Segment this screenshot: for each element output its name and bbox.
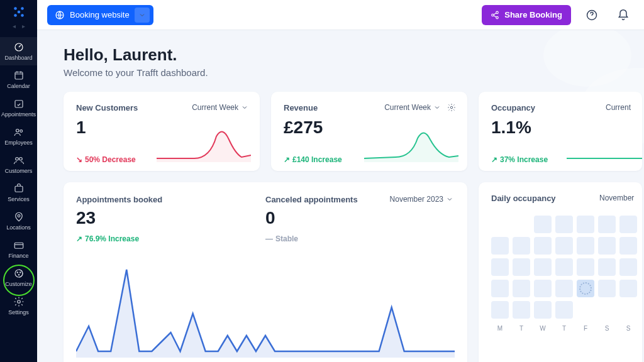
sidebar-item-customers[interactable]: Customers — [0, 150, 37, 178]
card-revenue: Revenue Current Week £275 ↗ £140 Increas… — [271, 92, 467, 171]
sidebar-item-settings[interactable]: Settings — [0, 292, 37, 320]
period-selector[interactable]: Current Week — [192, 103, 248, 112]
chevron-down-icon — [135, 8, 150, 23]
svg-point-13 — [18, 215, 20, 217]
row-two: Appointments booked 23 ↗ 76.9% Increase … — [64, 182, 644, 362]
appointments-icon — [13, 98, 25, 109]
sidebar-item-label: Customers — [5, 168, 33, 174]
col-title: Appointments booked — [76, 195, 265, 204]
help-button[interactable] — [581, 4, 602, 26]
svg-point-16 — [17, 272, 18, 273]
sidebar: ◂▸ Dashboard Calendar Appointments Emplo… — [0, 0, 37, 362]
share-booking-button[interactable]: Share Booking — [482, 5, 571, 25]
appointments-chart — [76, 251, 455, 358]
svg-point-27 — [450, 106, 453, 109]
sidebar-item-calendar[interactable]: Calendar — [0, 65, 37, 94]
sidebar-item-locations[interactable]: Locations — [0, 207, 37, 235]
sidebar-item-dashboard[interactable]: Dashboard — [0, 37, 37, 65]
arrow-up-icon: ↗ — [76, 234, 82, 243]
chevron-down-icon — [446, 195, 453, 203]
svg-point-18 — [18, 275, 19, 276]
dashboard-icon — [13, 41, 25, 53]
period-selector[interactable]: Current — [606, 103, 631, 112]
arrow-down-icon: ↘ — [76, 155, 82, 164]
day-of-week-labels: MTWTFSS — [491, 325, 642, 332]
sidebar-item-label: Finance — [8, 253, 28, 259]
period-selector[interactable]: Current Week — [384, 103, 456, 112]
dash-icon: — — [265, 234, 273, 243]
locations-icon — [13, 211, 25, 222]
sidebar-item-label: Calendar — [7, 84, 30, 89]
svg-point-8 — [16, 129, 19, 133]
svg-point-9 — [19, 130, 22, 133]
chevron-down-icon — [241, 104, 248, 111]
booking-website-button[interactable]: Booking website — [47, 5, 153, 25]
stats-row: New Customers Current Week 1 ↘ 50% Decre… — [64, 92, 644, 171]
customers-icon — [13, 155, 25, 166]
svg-point-3 — [14, 14, 17, 17]
page-title: Hello, Laurent. — [64, 45, 644, 65]
sidebar-item-label: Dashboard — [4, 55, 32, 61]
sidebar-collapse-arrows[interactable]: ◂▸ — [13, 23, 25, 30]
bell-icon — [617, 9, 630, 21]
finance-icon — [13, 239, 25, 251]
change-indicator: ↗ 76.9% Increase — [76, 234, 265, 243]
svg-point-2 — [17, 11, 20, 14]
svg-point-23 — [496, 16, 499, 19]
globe-icon — [55, 10, 65, 20]
sidebar-item-label: Employees — [4, 140, 33, 146]
share-button-label: Share Booking — [504, 10, 562, 19]
svg-rect-7 — [15, 101, 23, 107]
change-indicator: — Stable — [265, 234, 455, 243]
svg-rect-12 — [15, 186, 23, 192]
card-daily-occupancy: Daily occupancy November MTWTFSS — [479, 182, 642, 362]
settings-icon — [13, 296, 25, 307]
col-value: 0 — [265, 208, 455, 228]
calendar-heatmap — [491, 216, 642, 319]
svg-point-10 — [15, 158, 18, 161]
svg-point-4 — [21, 14, 24, 17]
employees-icon — [13, 126, 25, 138]
arrow-up-icon: ↗ — [284, 155, 290, 164]
page-subtitle: Welcome to your Trafft dashboard. — [64, 67, 644, 78]
svg-point-22 — [492, 14, 494, 16]
arrow-up-icon: ↗ — [491, 155, 497, 164]
col-value: 23 — [76, 208, 265, 228]
period-selector[interactable]: November 2023 — [390, 195, 453, 204]
svg-rect-6 — [15, 72, 23, 79]
period-selector[interactable]: November — [599, 194, 634, 202]
sidebar-item-label: Services — [8, 197, 30, 202]
svg-point-17 — [19, 272, 21, 273]
booking-button-label: Booking website — [70, 10, 130, 19]
share-icon — [491, 11, 499, 19]
card-appointments: Appointments booked 23 ↗ 76.9% Increase … — [64, 182, 467, 362]
svg-point-15 — [15, 270, 23, 277]
sidebar-item-services[interactable]: Services — [0, 178, 37, 207]
sidebar-item-finance[interactable]: Finance — [0, 235, 37, 263]
main-area: Booking website Share Booking Hello, Lau… — [37, 0, 644, 362]
sidebar-item-label: Customize — [5, 282, 32, 287]
sidebar-item-label: Locations — [6, 225, 31, 231]
services-icon — [13, 183, 25, 194]
svg-rect-14 — [14, 243, 23, 248]
gear-icon[interactable] — [447, 103, 456, 112]
notifications-button[interactable] — [613, 4, 634, 26]
card-occupancy: Occupancy Current 1.1% ↗ 37% Increase — [479, 92, 642, 171]
app-logo — [12, 5, 26, 19]
customize-icon — [13, 268, 25, 279]
sidebar-item-label: Appointments — [1, 112, 36, 118]
sidebar-item-appointments[interactable]: Appointments — [0, 94, 37, 122]
svg-point-0 — [14, 7, 17, 10]
sparkline — [364, 127, 458, 162]
sidebar-item-label: Settings — [8, 310, 29, 315]
svg-point-21 — [496, 11, 499, 14]
content: Hello, Laurent. Welcome to your Trafft d… — [37, 30, 644, 362]
sidebar-item-customize[interactable]: Customize — [0, 263, 37, 292]
svg-point-11 — [19, 158, 22, 161]
sidebar-item-employees[interactable]: Employees — [0, 122, 37, 150]
calendar-icon — [13, 70, 25, 81]
chevron-down-icon — [433, 104, 441, 111]
svg-point-1 — [21, 7, 24, 10]
help-icon — [586, 9, 598, 21]
sparkline — [157, 127, 251, 162]
